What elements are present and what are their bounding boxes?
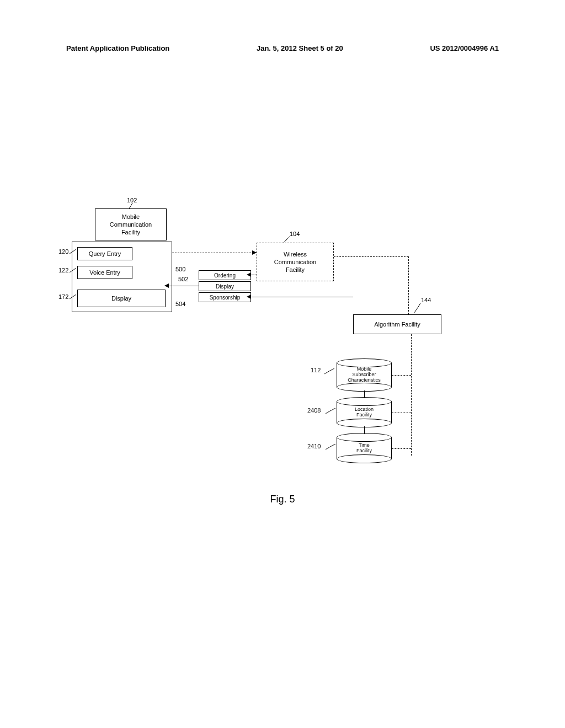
leader-102: [129, 203, 136, 210]
box-voice-entry: Voice Entry: [77, 266, 132, 279]
line-to-msc: [392, 375, 411, 376]
box-display-mcf: Display: [77, 290, 166, 307]
leader-122: [70, 268, 77, 274]
box-ordering: Ordering: [199, 270, 251, 280]
header-publication: Patent Application Publication: [66, 44, 169, 52]
line-wcf-to-ordering: [251, 275, 257, 275]
header-date-sheet: Jan. 5, 2012 Sheet 5 of 20: [257, 44, 343, 52]
figure-label: Fig. 5: [0, 494, 565, 505]
line-wcf-right: [334, 256, 408, 257]
leader-2408: [326, 408, 337, 415]
leader-2410: [326, 444, 337, 451]
ref-502: 502: [178, 276, 188, 282]
ref-504: 504: [175, 301, 185, 307]
ref-120: 120: [58, 248, 68, 255]
cylinder-msc: Mobile Subscriber Characteristics: [337, 358, 392, 392]
box-sponsorship: Sponsorship: [199, 292, 251, 302]
line-to-location: [392, 413, 411, 413]
box-wireless-communication-facility: Wireless Communication Facility: [257, 243, 334, 281]
ref-2410: 2410: [307, 443, 321, 449]
arrow-to-ordering: [247, 272, 251, 277]
ref-122: 122: [58, 267, 68, 274]
box-display-small: Display: [199, 281, 251, 291]
diagram-container: Mobile Communication Facility 102 Query …: [0, 199, 565, 529]
line-wcf-to-algo: [408, 256, 409, 314]
header-patent-number: US 2012/0004996 A1: [430, 44, 499, 52]
line-display-link: [166, 286, 199, 286]
arrow-algo-to-stack: [247, 295, 251, 299]
line-algo-to-sponsor: [251, 297, 353, 297]
leader-112: [324, 368, 335, 375]
line-cyl-1-2: [364, 390, 365, 398]
ref-172: 172: [58, 293, 68, 300]
line-to-time: [392, 448, 411, 449]
ref-144: 144: [421, 297, 431, 303]
line-cyl-2-3: [364, 426, 365, 434]
box-mobile-communication-facility: Mobile Communication Facility: [95, 208, 167, 240]
line-mcf-to-wcf: [172, 253, 257, 253]
leader-104: [284, 236, 291, 244]
line-algo-down: [411, 334, 412, 456]
box-algorithm-facility: Algorithm Facility: [353, 314, 441, 334]
leader-144: [414, 303, 422, 314]
leader-172: [70, 295, 77, 300]
cylinder-time: Time Facility: [337, 433, 392, 463]
cylinder-location: Location Facility: [337, 397, 392, 427]
ref-112: 112: [311, 367, 321, 373]
arrow-to-wcf: [252, 250, 257, 255]
box-query-entry: Query Entry: [77, 247, 132, 260]
ref-500: 500: [175, 266, 185, 272]
ref-2408: 2408: [307, 407, 321, 414]
arrow-to-display: [164, 283, 169, 288]
leader-120: [70, 249, 77, 255]
